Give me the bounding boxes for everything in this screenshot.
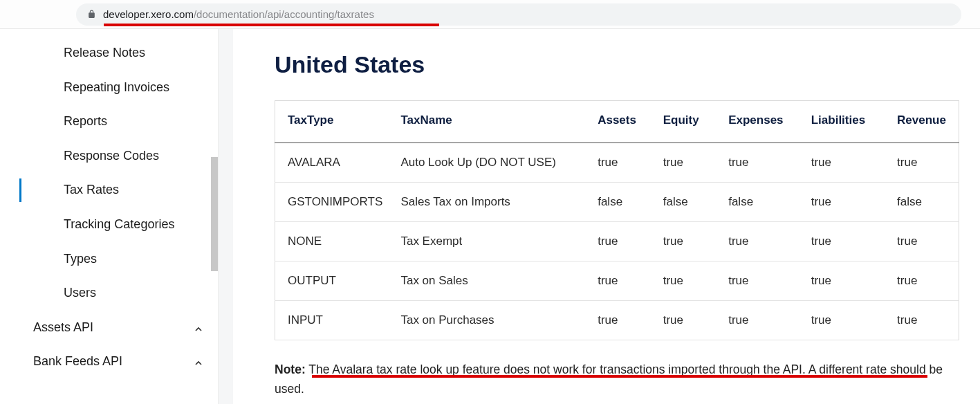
main-content: United States TaxType TaxName Assets Equ… (233, 29, 980, 404)
sidebar: Release Notes Repeating Invoices Reports… (0, 29, 218, 404)
table-cell: true (720, 301, 803, 340)
table-row: OUTPUTTax on Salestruetruetruetruetrue (275, 261, 959, 301)
table-cell: Tax on Purchases (392, 301, 589, 340)
sidebar-group-assets-api[interactable]: Assets API (0, 311, 218, 345)
sidebar-item-types[interactable]: Types (0, 242, 218, 277)
table-cell: Tax on Sales (392, 261, 589, 301)
table-cell: true (655, 143, 720, 183)
table-cell: true (803, 183, 889, 222)
col-revenue: Revenue (889, 101, 959, 143)
table-cell: true (655, 301, 720, 340)
table-cell: true (889, 261, 959, 301)
col-expenses: Expenses (720, 101, 803, 143)
table-cell: NONE (275, 222, 393, 261)
url-path: /documentation/api/accounting/taxrates (194, 8, 374, 20)
page-title: United States (275, 51, 959, 78)
table-cell: INPUT (275, 301, 393, 340)
sidebar-group-bank-feeds-api[interactable]: Bank Feeds API (0, 345, 218, 378)
tax-rates-table: TaxType TaxName Assets Equity Expenses L… (275, 100, 959, 340)
col-liabilities: Liabilities (803, 101, 889, 143)
content-divider (218, 29, 233, 404)
table-cell: true (889, 222, 959, 261)
chevron-up-icon (193, 354, 204, 369)
sidebar-item-tax-rates[interactable]: Tax Rates (0, 173, 218, 208)
table-cell: true (720, 143, 803, 183)
note-label: Note: (275, 362, 306, 376)
sidebar-item-tracking-categories[interactable]: Tracking Categories (0, 208, 218, 242)
sidebar-item-repeating-invoices[interactable]: Repeating Invoices (0, 71, 218, 105)
col-taxtype: TaxType (275, 101, 393, 143)
table-cell: true (589, 222, 655, 261)
col-assets: Assets (589, 101, 655, 143)
table-row: GSTONIMPORTSSales Tax on Importsfalsefal… (275, 183, 959, 222)
lock-icon (87, 10, 96, 19)
table-cell: true (655, 222, 720, 261)
table-cell: Auto Look Up (DO NOT USE) (392, 143, 589, 183)
sidebar-group-label: Bank Feeds API (33, 354, 122, 369)
table-cell: false (655, 183, 720, 222)
annotation-underline-url (104, 24, 439, 26)
table-cell: true (589, 261, 655, 301)
table-cell: true (889, 143, 959, 183)
table-cell: OUTPUT (275, 261, 393, 301)
chevron-up-icon (193, 320, 204, 335)
note-text: The Avalara tax rate look up feature doe… (275, 362, 943, 396)
table-cell: Tax Exempt (392, 222, 589, 261)
table-row: AVALARAAuto Look Up (DO NOT USE)truetrue… (275, 143, 959, 183)
table-cell: true (589, 301, 655, 340)
table-cell: true (803, 143, 889, 183)
address-bar-container: developer.xero.com/documentation/api/acc… (0, 0, 980, 29)
url-text: developer.xero.com/documentation/api/acc… (103, 8, 374, 20)
address-bar[interactable]: developer.xero.com/documentation/api/acc… (76, 3, 961, 26)
table-row: NONETax Exempttruetruetruetruetrue (275, 222, 959, 261)
sidebar-group-label: Assets API (33, 320, 93, 335)
note-paragraph: Note: The Avalara tax rate look up featu… (275, 360, 959, 398)
annotation-underline-note (312, 375, 927, 378)
sidebar-item-reports[interactable]: Reports (0, 104, 218, 139)
sidebar-item-users[interactable]: Users (0, 276, 218, 311)
table-cell: AVALARA (275, 143, 393, 183)
table-cell: true (720, 261, 803, 301)
table-cell: GSTONIMPORTS (275, 183, 393, 222)
table-cell: true (803, 301, 889, 340)
table-cell: false (720, 183, 803, 222)
table-row: INPUTTax on Purchasestruetruetruetruetru… (275, 301, 959, 340)
table-cell: true (803, 222, 889, 261)
table-cell: true (589, 143, 655, 183)
sidebar-item-response-codes[interactable]: Response Codes (0, 139, 218, 174)
table-cell: true (720, 222, 803, 261)
sidebar-item-release-notes[interactable]: Release Notes (0, 36, 218, 71)
table-cell: true (889, 301, 959, 340)
col-taxname: TaxName (392, 101, 589, 143)
table-cell: Sales Tax on Imports (392, 183, 589, 222)
table-cell: true (803, 261, 889, 301)
col-equity: Equity (655, 101, 720, 143)
url-domain: developer.xero.com (103, 8, 194, 20)
table-cell: true (655, 261, 720, 301)
scrollbar-thumb[interactable] (211, 157, 218, 271)
table-cell: false (589, 183, 655, 222)
table-cell: false (889, 183, 959, 222)
table-header-row: TaxType TaxName Assets Equity Expenses L… (275, 101, 959, 143)
